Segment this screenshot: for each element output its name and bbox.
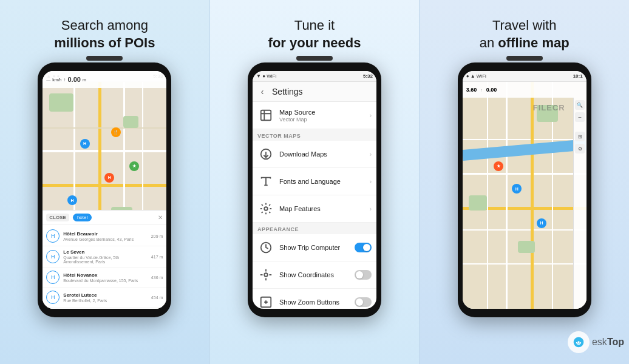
zoom-buttons-toggle[interactable] xyxy=(355,297,372,307)
settings-item-trip-computer[interactable]: Show Trip Computer xyxy=(253,234,376,261)
clear-filter-button[interactable]: ✕ xyxy=(158,214,163,221)
phone-left: ▲ ● ● 5:33 — km/h ↑ 0.00 m xyxy=(38,62,171,317)
back-button[interactable]: ‹ xyxy=(257,87,267,96)
phone-right-screen: ● ▲ WiFi 10:1 3.60 ↑ 0.00 xyxy=(463,71,586,309)
map-right-background: H H ★ xyxy=(463,82,586,309)
svg-point-4 xyxy=(264,273,268,277)
poi-marker-4: ★ xyxy=(129,161,139,171)
zoom-buttons-toggle-thumb xyxy=(356,298,363,306)
poi-name-2: Hôtel Novanox xyxy=(63,272,148,278)
phone-right: ● ▲ WiFi 10:1 3.60 ↑ 0.00 xyxy=(458,62,591,317)
poi-name-1: Le Seven xyxy=(63,249,148,255)
settings-item-fonts-language[interactable]: Fonts and Language › xyxy=(253,168,376,195)
trip-computer-toggle[interactable] xyxy=(355,243,372,252)
map-source-label: Map Source xyxy=(279,109,365,116)
panel-left-title: Search amongmillions of POIs xyxy=(54,17,155,52)
map-source-sublabel: Vector Map xyxy=(279,116,365,123)
park-1 xyxy=(49,93,73,112)
poi-icon-1: H xyxy=(46,250,59,263)
poi-name-3: Serotel Lutece xyxy=(63,292,148,298)
poi-marker-2: H xyxy=(104,173,114,183)
right-speed-val: 3.60 xyxy=(466,87,477,93)
poi-icon-2: H xyxy=(46,271,59,284)
map-source-chevron: › xyxy=(370,112,372,119)
map-source-text: Map Source Vector Map xyxy=(279,109,365,123)
speed-display: — km/h ↑ 0.00 m xyxy=(46,76,86,83)
poi-item-1[interactable]: H Le Seven Quartier du Val-de-Grâce, 5th… xyxy=(42,246,166,268)
signal-right: ● ▲ WiFi xyxy=(466,73,486,79)
settings-item-map-features[interactable]: Map Features › xyxy=(253,195,376,223)
phone-middle-screen: ▼ ● WiFi 5:32 ‹ Settings Map Source V xyxy=(253,71,376,309)
status-bar-middle: ▼ ● WiFi 5:32 xyxy=(253,71,376,82)
status-time-middle: 5:32 xyxy=(363,73,373,79)
section-header-vector-maps: VECTOR MAPS xyxy=(253,129,376,141)
layers-button[interactable]: ⊞ xyxy=(575,132,585,141)
poi-address-3: Rue Berthollet, 2, Paris xyxy=(63,298,148,303)
signal-middle: ▼ ● WiFi xyxy=(256,73,276,79)
download-maps-chevron: › xyxy=(370,151,372,158)
map-bottom-panel: CLOSE hotel ✕ H Hôtel Beauvoir Avenue Ge… xyxy=(42,210,166,309)
zoom-in-button[interactable]: 🔍 xyxy=(575,100,585,110)
poi-icon-0: H xyxy=(46,229,59,243)
settings-item-download-maps[interactable]: Download Maps › xyxy=(253,141,376,168)
close-filter-button[interactable]: CLOSE xyxy=(46,214,69,221)
poi-marker-3: H xyxy=(67,195,77,205)
filter-bar: CLOSE hotel ✕ xyxy=(42,211,166,225)
settings-map-button[interactable]: ⚙ xyxy=(575,144,585,153)
download-maps-text: Download Maps xyxy=(279,150,365,158)
zoom-buttons-text: Show Zoom Buttons xyxy=(279,298,350,306)
map-features-text: Map Features xyxy=(279,205,365,212)
coordinates-toggle-thumb xyxy=(356,271,363,278)
panel-left: Search amongmillions of POIs ▲ ● ● 5:33 … xyxy=(0,0,209,364)
svg-point-2 xyxy=(264,207,268,211)
right-distance-val: 0.00 xyxy=(486,87,497,93)
poi-address-2: Boulevard du Montparnasse, 155, Paris xyxy=(63,278,148,283)
trip-computer-icon xyxy=(257,239,274,256)
phone-middle: ▼ ● WiFi 5:32 ‹ Settings Map Source V xyxy=(248,62,381,317)
settings-screen-title: Settings xyxy=(272,87,303,96)
desktop-logo-icon xyxy=(568,331,590,353)
phone-left-screen: ▲ ● ● 5:33 — km/h ↑ 0.00 m xyxy=(42,71,166,309)
fonts-language-chevron: › xyxy=(370,178,372,185)
phone-right-speaker xyxy=(506,56,543,61)
hotel-filter-tag[interactable]: hotel xyxy=(73,214,92,221)
panel-middle: Tune itfor your needs ▼ ● WiFi 5:32 ‹ Se… xyxy=(209,0,420,364)
trip-computer-text: Show Trip Computer xyxy=(279,244,350,251)
map-features-label: Map Features xyxy=(279,205,365,212)
section-header-appearance: APPEARANCE xyxy=(253,223,376,234)
zoom-out-button[interactable]: − xyxy=(575,112,585,122)
settings-item-zoom-buttons[interactable]: Show Zoom Buttons xyxy=(253,289,376,309)
coordinates-toggle[interactable] xyxy=(355,270,372,280)
coordinates-text: Show Coordinates xyxy=(279,271,350,278)
panel-middle-title: Tune itfor your needs xyxy=(268,17,361,52)
trip-computer-label: Show Trip Computer xyxy=(279,244,350,251)
poi-info-0: Hôtel Beauvoir Avenue Georges Bernanos, … xyxy=(63,231,148,241)
poi-item-3[interactable]: H Serotel Lutece Rue Berthollet, 2, Pari… xyxy=(42,288,166,308)
fonts-language-icon xyxy=(257,173,274,190)
svg-point-9 xyxy=(577,341,579,343)
poi-address-0: Avenue Georges Bernanos, 43, Paris xyxy=(63,237,148,241)
poi-distance-3: 454 m xyxy=(151,295,163,300)
road-h4 xyxy=(42,127,166,129)
poi-distance-0: 209 m xyxy=(151,234,163,238)
map-features-chevron: › xyxy=(370,206,372,212)
poi-item-0[interactable]: H Hôtel Beauvoir Avenue Georges Bernanos… xyxy=(42,226,166,246)
poi-list: H Hôtel Beauvoir Avenue Georges Bernanos… xyxy=(42,225,166,309)
park-3 xyxy=(123,116,138,128)
desktop-watermark: eskTop xyxy=(568,331,624,353)
poi-info-2: Hôtel Novanox Boulevard du Montparnasse,… xyxy=(63,272,148,283)
settings-item-map-source[interactable]: Map Source Vector Map › xyxy=(253,102,376,129)
zoom-buttons-label: Show Zoom Buttons xyxy=(279,298,350,306)
poi-distance-2: 436 m xyxy=(151,275,163,280)
settings-item-coordinates[interactable]: Show Coordinates xyxy=(253,261,376,289)
panel-right: Travel withan offline map ● ▲ WiFi 10:1 … xyxy=(420,0,629,364)
trip-computer-toggle-thumb xyxy=(363,244,370,251)
map-right-container: 3.60 ↑ 0.00 xyxy=(463,82,586,309)
poi-icon-3: H xyxy=(46,291,59,304)
settings-header: ‹ Settings xyxy=(253,82,376,102)
coordinates-icon xyxy=(257,266,274,283)
map-features-icon xyxy=(257,200,274,217)
fonts-language-text: Fonts and Language xyxy=(279,178,365,185)
download-maps-icon xyxy=(257,146,274,163)
poi-item-2[interactable]: H Hôtel Novanox Boulevard du Montparnass… xyxy=(42,268,166,288)
